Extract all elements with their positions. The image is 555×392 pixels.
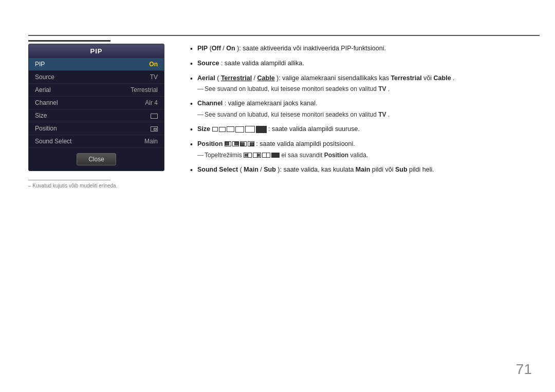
bullet-source: Source : saate valida alampildi allika. [190, 59, 532, 68]
pip-title: PIP [29, 44, 164, 58]
sound-select-value: Main [144, 138, 158, 145]
bullet-size: Size : saate valida alampildi suuruse. [190, 124, 532, 134]
size-icon-2 [219, 127, 226, 132]
close-button-container: Close [29, 148, 164, 171]
footnote-text: – Kuvatud kujutis võib mudeliti erineda. [28, 183, 131, 189]
aerial-label: Aerial [35, 86, 51, 94]
channel-value: Air 4 [145, 99, 158, 106]
bullet-list: PIP (Off / On ): saate aktiveerida või i… [190, 44, 532, 174]
pip-menu-box: PIP PIP On Source TV Aerial Terrestrial … [28, 44, 164, 171]
position-label: Position [35, 125, 57, 132]
dbl-icon-4 [271, 153, 280, 158]
channel-label: Channel [35, 99, 58, 106]
pip-menu-item-source[interactable]: Source TV [29, 71, 164, 84]
double-mode-icons [244, 153, 280, 158]
source-value: TV [150, 73, 158, 81]
channel-sub-bullets: See suvand on lubatud, kui teisese monit… [197, 110, 532, 119]
dbl-icon-1 [244, 153, 252, 158]
aerial-sub-bullets: See suvand on lubatud, kui teisese monit… [197, 84, 532, 94]
position-sub-bullets: Topeltrežiimis ei saa suvandit Position … [197, 151, 532, 160]
footnote-divider [28, 180, 110, 180]
bullet-sound-select: Sound Select ( Main / Sub ): saate valid… [190, 165, 532, 175]
bullet-position: Position : saate valida alampildi posits… [190, 139, 532, 160]
pos-icon-br [248, 141, 254, 146]
footnote-section: – Kuvatud kujutis võib mudeliti erineda. [28, 180, 131, 189]
pos-icon-bl [240, 141, 247, 146]
page-number: 71 [516, 361, 532, 378]
position-sub-1: Topeltrežiimis ei saa suvandit Position … [197, 151, 532, 160]
pip-menu-item-size[interactable]: Size [29, 109, 164, 122]
aerial-sub-1: See suvand on lubatud, kui teisese monit… [197, 84, 532, 94]
pip-menu-item-position[interactable]: Position [29, 122, 164, 135]
source-label: Source [35, 73, 54, 81]
sound-select-label: Sound Select [35, 138, 71, 145]
size-icon-6 [256, 126, 267, 133]
size-icon-4 [235, 126, 244, 133]
dbl-icon-3 [262, 153, 270, 158]
top-divider [28, 35, 540, 36]
dbl-icon-2 [253, 153, 261, 158]
pip-menu-section: PIP PIP On Source TV Aerial Terrestrial … [28, 44, 172, 171]
bullet-channel: Channel : valige alamekraani jaoks kanal… [190, 99, 532, 119]
pip-value: On [149, 61, 158, 68]
pip-label-bold: PIP [197, 45, 208, 52]
size-icon-5 [245, 126, 255, 133]
size-label: Size [35, 112, 47, 119]
sound-select-bold: Sound Select [197, 166, 238, 173]
pip-menu-item-pip[interactable]: PIP On [29, 58, 164, 71]
bullet-pip-on-off: PIP (Off / On ): saate aktiveerida või i… [190, 44, 532, 53]
pip-menu-item-channel[interactable]: Channel Air 4 [29, 97, 164, 109]
pip-menu-item-aerial[interactable]: Aerial Terrestrial [29, 84, 164, 97]
pos-icon-tr [232, 141, 239, 146]
pip-on-off-text: PIP (Off / On ): saate aktiveerida või i… [197, 45, 386, 52]
pos-icon-tl [225, 141, 231, 146]
size-icons [212, 126, 267, 133]
size-icon-value [151, 112, 158, 119]
chapter-line [28, 40, 110, 42]
bullet-aerial: Aerial ( Terrestrial / Cable ): valige a… [190, 73, 532, 94]
pip-label: PIP [35, 61, 45, 68]
size-icon-3 [227, 126, 234, 132]
channel-sub-1: See suvand on lubatud, kui teisese monit… [197, 110, 532, 119]
content-section: PIP (Off / On ): saate aktiveerida või i… [190, 44, 532, 179]
position-icon-value [151, 125, 158, 132]
size-icon-1 [212, 127, 218, 132]
aerial-value: Terrestrial [131, 86, 158, 94]
close-button[interactable]: Close [77, 153, 116, 165]
position-icons [225, 141, 254, 146]
pip-menu-item-sound-select[interactable]: Sound Select Main [29, 135, 164, 148]
